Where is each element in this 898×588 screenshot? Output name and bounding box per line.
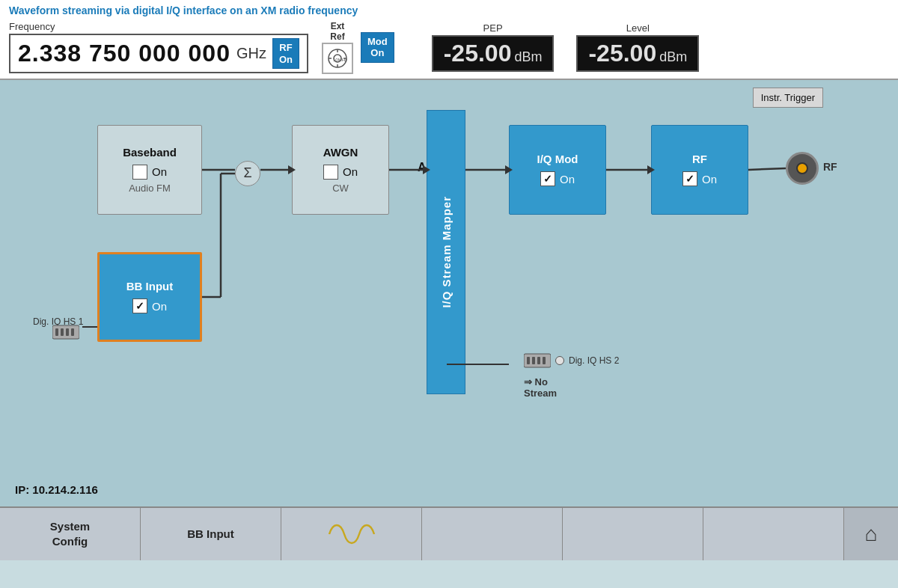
tab-system-config[interactable]: SystemConfig [0,508,141,560]
hs2-indicator [555,356,564,365]
awgn-checkbox[interactable] [323,165,338,180]
iq-stream-mapper-block[interactable]: I/Q Stream Mapper [427,110,465,394]
mod-on-button[interactable]: ModOn [361,32,394,63]
pep-value: -25.00 [444,40,512,67]
subtitle: Waveform streaming via digital I/Q inter… [9,4,889,16]
a-label: A [418,161,427,174]
pep-section: PEP -25.00 dBm [432,22,555,72]
instr-trigger-button[interactable]: Instr. Trigger [753,88,823,108]
level-label: Level [576,22,699,34]
svg-rect-24 [55,328,58,336]
dig-iq-hs1-port [52,324,79,343]
rf-on-button[interactable]: RF On [272,38,299,69]
awgn-block[interactable]: AWGN On CW [292,125,389,215]
baseband-block[interactable]: Baseband On Audio FM [97,125,202,215]
tab-4[interactable] [422,508,563,560]
no-stream-label: ⇒ No Stream [524,376,557,399]
bb-input-on-label: On [152,300,167,313]
rf-connector [786,152,819,185]
dig-iq-hs2-section: Dig. IQ HS 2 [524,352,619,369]
baseband-on-row[interactable]: On [132,165,167,180]
level-section: Level -25.00 dBm [576,22,699,72]
svg-rect-27 [71,328,74,336]
svg-line-19 [748,168,786,170]
svg-text:10MHz: 10MHz [333,58,347,62]
ext-ref-label: ExtRef [330,21,344,43]
bb-input-title: BB Input [126,280,173,293]
main-area: Instr. Trigger Baseband On Audio FM AWGN… [0,80,898,506]
ip-label: IP: 10.214.2.116 [15,483,98,496]
awgn-title: AWGN [323,146,358,159]
iq-mod-on-label: On [560,173,575,186]
svg-rect-25 [61,328,64,336]
rf-block[interactable]: RF On [651,125,748,215]
svg-rect-30 [532,357,535,364]
level-unit: dBm [659,49,687,65]
home-icon: ⌂ [865,522,878,546]
sigma-block: Σ [235,161,260,186]
pep-unit: dBm [514,49,542,65]
pep-label: PEP [432,22,555,34]
rf-checkbox[interactable] [682,171,697,186]
pep-display: -25.00 dBm [432,35,555,72]
bb-input-block[interactable]: BB Input On [97,252,202,342]
tab-5[interactable] [563,508,703,560]
baseband-on-label: On [152,165,167,178]
bb-input-on-row[interactable]: On [132,298,167,313]
iq-mod-checkbox[interactable] [540,171,555,186]
freq-label: Frequency [9,21,308,32]
tab-system-config-label: SystemConfig [50,519,90,548]
freq-unit: GHz [236,45,266,62]
tab-bb-input[interactable]: BB Input [141,508,281,560]
bb-input-checkbox[interactable] [132,298,147,313]
svg-rect-31 [537,357,540,364]
ext-ref-svg: 10MHz [326,46,349,70]
iq-mod-title: I/Q Mod [537,153,578,165]
awgn-on-row[interactable]: On [323,165,358,180]
rf-label: RF [823,161,837,173]
svg-rect-32 [543,357,546,364]
waveform-icon [326,521,378,548]
ext-ref-section: ExtRef 10MHz [322,21,353,74]
hs2-port-svg [524,352,551,369]
freq-value: 2.338 750 000 000 [18,40,230,67]
tab-6[interactable] [703,508,844,560]
tab-home[interactable]: ⌂ [844,508,898,560]
freq-display: 2.338 750 000 000 GHz RF On [9,34,308,73]
rf-on-row[interactable]: On [682,171,717,186]
top-bar: Waveform streaming via digital I/Q inter… [0,0,898,80]
rf-on-label: On [702,173,717,186]
ext-ref-icon: 10MHz [322,43,353,74]
rf-block-title: RF [692,153,707,165]
awgn-on-label: On [343,165,358,178]
tab-waveform[interactable] [281,508,422,560]
baseband-subtitle: Audio FM [129,183,171,194]
tab-bb-input-label: BB Input [187,527,233,542]
iq-mod-block[interactable]: I/Q Mod On [509,125,606,215]
level-display: -25.00 dBm [576,35,699,72]
svg-rect-29 [527,357,530,364]
svg-rect-26 [66,328,69,336]
awgn-subtitle: CW [332,183,349,194]
iq-mod-on-row[interactable]: On [540,171,575,186]
rf-inner [796,162,808,174]
level-value: -25.00 [588,40,656,67]
header-controls: Frequency 2.338 750 000 000 GHz RF On Ex… [9,21,889,74]
dig-iq-hs2-label: Dig. IQ HS 2 [569,355,619,366]
baseband-checkbox[interactable] [132,165,147,180]
hs1-port-svg [52,324,79,340]
bottom-tabs: SystemConfig BB Input ⌂ [0,506,898,560]
freq-section: Frequency 2.338 750 000 000 GHz RF On [9,21,308,73]
baseband-title: Baseband [123,146,177,159]
iq-stream-text: I/Q Stream Mapper [440,196,453,308]
